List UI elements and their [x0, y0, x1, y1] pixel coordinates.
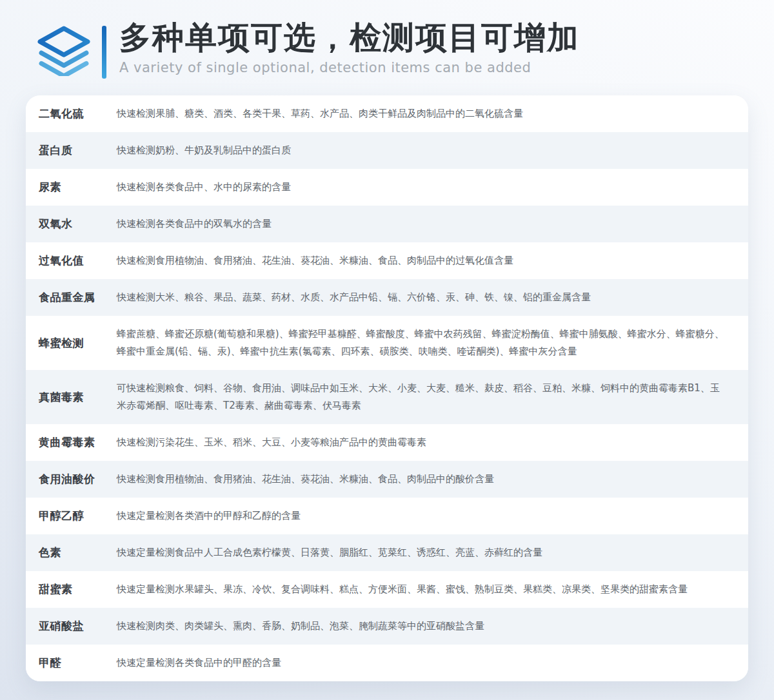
row-description: 快速检测肉类、肉类罐头、熏肉、香肠、奶制品、泡菜、腌制蔬菜等中的亚硝酸盐含量	[117, 608, 726, 645]
row-label: 甲醛	[39, 656, 117, 670]
table-row: 亚硝酸盐 快速检测肉类、肉类罐头、熏肉、香肠、奶制品、泡菜、腌制蔬菜等中的亚硝酸…	[26, 608, 748, 645]
row-label: 亚硝酸盐	[39, 619, 117, 634]
row-label: 蜂蜜检测	[39, 336, 117, 351]
row-label: 过氧化值	[39, 253, 117, 268]
row-description: 快速检测食用植物油、食用猪油、花生油、葵花油、米糠油、食品、肉制品中的酸价含量	[117, 461, 726, 498]
row-description: 快速定量检测各类食品中的甲醛的含量	[117, 645, 726, 681]
row-description: 快速定量检测食品中人工合成色素柠檬黄、日落黄、胭脂红、苋菜红、诱惑红、亮蓝、赤藓…	[117, 534, 726, 571]
row-description: 快速检测污染花生、玉米、稻米、大豆、小麦等粮油产品中的黄曲霉毒素	[117, 424, 726, 461]
table-row: 甲醇乙醇 快速定量检测各类酒中的甲醇和乙醇的含量	[26, 498, 748, 534]
row-label: 二氧化硫	[39, 106, 117, 121]
row-label: 食用油酸价	[39, 472, 117, 487]
table-row: 双氧水 快速检测各类食品中的双氧水的含量	[26, 206, 748, 242]
row-description: 蜂蜜蔗糖、蜂蜜还原糖(葡萄糖和果糖)、蜂蜜羟甲基糠醛、蜂蜜酸度、蜂蜜中农药残留、…	[117, 316, 726, 370]
page: 多种单项可选，检测项目可增加 A variety of single optio…	[0, 0, 774, 700]
table-row: 食用油酸价 快速检测食用植物油、食用猪油、花生油、葵花油、米糠油、食品、肉制品中…	[26, 461, 748, 498]
accent-divider-bar	[102, 26, 106, 79]
table-row: 过氧化值 快速检测食用植物油、食用猪油、花生油、葵花油、米糠油、食品、肉制品中的…	[26, 242, 748, 279]
row-label: 黄曲霉毒素	[39, 435, 117, 450]
table-row: 甲醛 快速定量检测各类食品中的甲醛的含量	[26, 645, 748, 681]
stacked-layers-diamond-icon	[37, 26, 90, 76]
row-label: 甲醇乙醇	[39, 509, 117, 523]
row-label: 蛋白质	[39, 143, 117, 158]
table-row: 二氧化硫 快速检测果脯、糖类、酒类、各类干果、草药、水产品、肉类干鲜品及肉制品中…	[26, 95, 748, 132]
row-description: 快速检测奶粉、牛奶及乳制品中的蛋白质	[117, 132, 726, 169]
row-description: 快速检测各类食品中的双氧水的含量	[117, 206, 726, 242]
table-row: 尿素 快速检测各类食品中、水中的尿素的含量	[26, 169, 748, 206]
row-description: 可快速检测粮食、饲料、谷物、食用油、调味品中如玉米、大米、小麦、大麦、糙米、麸皮…	[117, 370, 726, 424]
row-label: 甜蜜素	[39, 582, 117, 597]
row-description: 快速检测大米、粮谷、果品、蔬菜、药材、水质、水产品中铅、镉、六价铬、汞、砷、铁、…	[117, 279, 726, 316]
table-row: 蛋白质 快速检测奶粉、牛奶及乳制品中的蛋白质	[26, 132, 748, 169]
row-description: 快速定量检测水果罐头、果冻、冷饮、复合调味料、糕点、方便米面、果酱、蜜饯、熟制豆…	[117, 571, 726, 608]
row-label: 色素	[39, 545, 117, 560]
row-label: 尿素	[39, 180, 117, 195]
row-label: 食品重金属	[39, 290, 117, 305]
header-text: 多种单项可选，检测项目可增加 A variety of single optio…	[119, 19, 580, 75]
table-row: 甜蜜素 快速定量检测水果罐头、果冻、冷饮、复合调味料、糕点、方便米面、果酱、蜜饯…	[26, 571, 748, 608]
detection-items-table: 二氧化硫 快速检测果脯、糖类、酒类、各类干果、草药、水产品、肉类干鲜品及肉制品中…	[26, 95, 748, 681]
table-row: 真菌毒素 可快速检测粮食、饲料、谷物、食用油、调味品中如玉米、大米、小麦、大麦、…	[26, 370, 748, 424]
table-row: 蜂蜜检测 蜂蜜蔗糖、蜂蜜还原糖(葡萄糖和果糖)、蜂蜜羟甲基糠醛、蜂蜜酸度、蜂蜜中…	[26, 316, 748, 370]
table-row: 色素 快速定量检测食品中人工合成色素柠檬黄、日落黄、胭脂红、苋菜红、诱惑红、亮蓝…	[26, 534, 748, 571]
row-description: 快速检测各类食品中、水中的尿素的含量	[117, 169, 726, 206]
table-row: 食品重金属 快速检测大米、粮谷、果品、蔬菜、药材、水质、水产品中铅、镉、六价铬、…	[26, 279, 748, 316]
row-description: 快速检测食用植物油、食用猪油、花生油、葵花油、米糠油、食品、肉制品中的过氧化值含…	[117, 242, 726, 279]
page-subtitle: A variety of single optional, detection …	[119, 60, 580, 75]
row-label: 真菌毒素	[39, 390, 117, 405]
page-title: 多种单项可选，检测项目可增加	[119, 21, 580, 55]
row-description: 快速检测果脯、糖类、酒类、各类干果、草药、水产品、肉类干鲜品及肉制品中的二氧化硫…	[117, 95, 726, 132]
row-description: 快速定量检测各类酒中的甲醇和乙醇的含量	[117, 498, 726, 534]
row-label: 双氧水	[39, 217, 117, 231]
table-row: 黄曲霉毒素 快速检测污染花生、玉米、稻米、大豆、小麦等粮油产品中的黄曲霉毒素	[26, 424, 748, 461]
header: 多种单项可选，检测项目可增加 A variety of single optio…	[0, 0, 774, 95]
